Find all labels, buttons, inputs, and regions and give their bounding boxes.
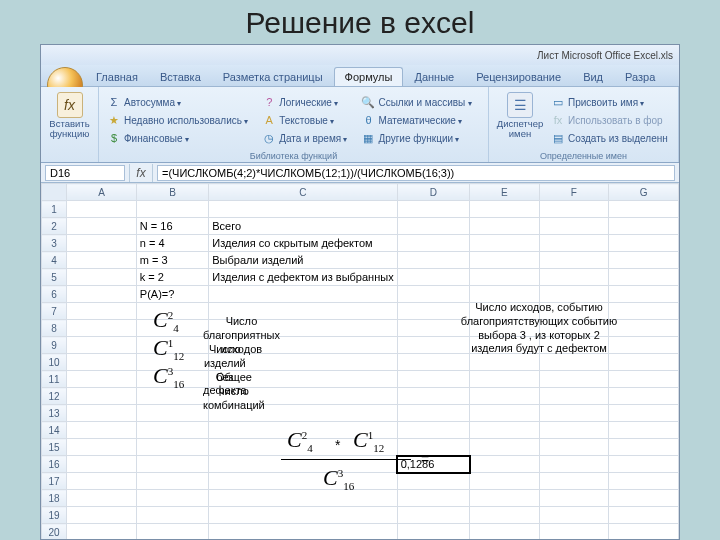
cell-C2[interactable]: Всего — [209, 218, 397, 235]
use-in-formula-button[interactable]: fxИспользовать в фор — [549, 111, 670, 129]
cell-C20[interactable] — [209, 524, 397, 540]
col-header-E[interactable]: E — [470, 184, 540, 201]
cell-E9[interactable] — [470, 337, 540, 354]
date-button[interactable]: ◷Дата и время — [260, 129, 349, 147]
cell-E7[interactable] — [470, 303, 540, 320]
name-box[interactable]: D16 — [45, 165, 125, 181]
cell-G11[interactable] — [609, 371, 679, 388]
name-manager-button[interactable]: ☰ Диспетчер имен — [495, 90, 545, 150]
row-header-15[interactable]: 15 — [42, 439, 67, 456]
row-header-17[interactable]: 17 — [42, 473, 67, 490]
cell-B11[interactable] — [136, 371, 208, 388]
cell-G17[interactable] — [609, 473, 679, 490]
cell-A9[interactable] — [67, 337, 137, 354]
lookup-button[interactable]: 🔍Ссылки и массивы — [359, 93, 473, 111]
row-header-7[interactable]: 7 — [42, 303, 67, 320]
cell-A14[interactable] — [67, 422, 137, 439]
cell-E13[interactable] — [470, 405, 540, 422]
cell-A19[interactable] — [67, 507, 137, 524]
cell-G5[interactable] — [609, 269, 679, 286]
other-button[interactable]: ▦Другие функции — [359, 129, 473, 147]
row-header-9[interactable]: 9 — [42, 337, 67, 354]
cell-E14[interactable] — [470, 422, 540, 439]
row-header-11[interactable]: 11 — [42, 371, 67, 388]
tab-formulas[interactable]: Формулы — [334, 67, 404, 86]
cell-G8[interactable] — [609, 320, 679, 337]
row-header-12[interactable]: 12 — [42, 388, 67, 405]
cell-E3[interactable] — [470, 235, 540, 252]
cell-D5[interactable] — [397, 269, 469, 286]
logical-button[interactable]: ?Логические — [260, 93, 349, 111]
cell-D9[interactable] — [397, 337, 469, 354]
cell-E17[interactable] — [470, 473, 540, 490]
row-header-16[interactable]: 16 — [42, 456, 67, 473]
cell-C17[interactable] — [209, 473, 397, 490]
cell-G2[interactable] — [609, 218, 679, 235]
math-button[interactable]: θМатематические — [359, 111, 473, 129]
cell-B9[interactable] — [136, 337, 208, 354]
cell-B16[interactable] — [136, 456, 208, 473]
cell-F1[interactable] — [539, 201, 609, 218]
cell-D3[interactable] — [397, 235, 469, 252]
col-header-F[interactable]: F — [539, 184, 609, 201]
col-header-D[interactable]: D — [397, 184, 469, 201]
row-header-6[interactable]: 6 — [42, 286, 67, 303]
cell-F4[interactable] — [539, 252, 609, 269]
cell-D8[interactable] — [397, 320, 469, 337]
cell-F17[interactable] — [539, 473, 609, 490]
cell-C9[interactable] — [209, 337, 397, 354]
cell-A2[interactable] — [67, 218, 137, 235]
select-all-corner[interactable] — [42, 184, 67, 201]
cell-D14[interactable] — [397, 422, 469, 439]
cell-F13[interactable] — [539, 405, 609, 422]
cell-B5[interactable]: k = 2 — [136, 269, 208, 286]
cell-E11[interactable] — [470, 371, 540, 388]
cell-B18[interactable] — [136, 490, 208, 507]
cell-D1[interactable] — [397, 201, 469, 218]
cell-F14[interactable] — [539, 422, 609, 439]
cell-E12[interactable] — [470, 388, 540, 405]
cell-C11[interactable] — [209, 371, 397, 388]
cell-D19[interactable] — [397, 507, 469, 524]
cell-B10[interactable] — [136, 354, 208, 371]
cell-B4[interactable]: m = 3 — [136, 252, 208, 269]
cell-D6[interactable] — [397, 286, 469, 303]
tab-dev[interactable]: Разра — [614, 67, 666, 86]
cell-F12[interactable] — [539, 388, 609, 405]
cell-F20[interactable] — [539, 524, 609, 540]
cell-F3[interactable] — [539, 235, 609, 252]
cell-A5[interactable] — [67, 269, 137, 286]
recent-button[interactable]: ★Недавно использовались — [105, 111, 250, 129]
cell-C14[interactable] — [209, 422, 397, 439]
cell-A7[interactable] — [67, 303, 137, 320]
cell-C7[interactable] — [209, 303, 397, 320]
cell-D7[interactable] — [397, 303, 469, 320]
cell-C4[interactable]: Выбрали изделий — [209, 252, 397, 269]
cell-B13[interactable] — [136, 405, 208, 422]
cell-D11[interactable] — [397, 371, 469, 388]
cell-G13[interactable] — [609, 405, 679, 422]
cell-E6[interactable] — [470, 286, 540, 303]
tab-data[interactable]: Данные — [403, 67, 465, 86]
cell-B2[interactable]: N = 16 — [136, 218, 208, 235]
cell-G4[interactable] — [609, 252, 679, 269]
row-header-4[interactable]: 4 — [42, 252, 67, 269]
cell-G3[interactable] — [609, 235, 679, 252]
cell-E15[interactable] — [470, 439, 540, 456]
cell-B20[interactable] — [136, 524, 208, 540]
cell-A16[interactable] — [67, 456, 137, 473]
cell-E5[interactable] — [470, 269, 540, 286]
cell-B14[interactable] — [136, 422, 208, 439]
cell-A6[interactable] — [67, 286, 137, 303]
row-header-20[interactable]: 20 — [42, 524, 67, 540]
cell-A4[interactable] — [67, 252, 137, 269]
create-from-selection-button[interactable]: ▤Создать из выделенн — [549, 129, 670, 147]
cell-A10[interactable] — [67, 354, 137, 371]
cell-A11[interactable] — [67, 371, 137, 388]
cell-A8[interactable] — [67, 320, 137, 337]
cell-A17[interactable] — [67, 473, 137, 490]
cell-B17[interactable] — [136, 473, 208, 490]
row-header-8[interactable]: 8 — [42, 320, 67, 337]
cell-A3[interactable] — [67, 235, 137, 252]
cell-D2[interactable] — [397, 218, 469, 235]
